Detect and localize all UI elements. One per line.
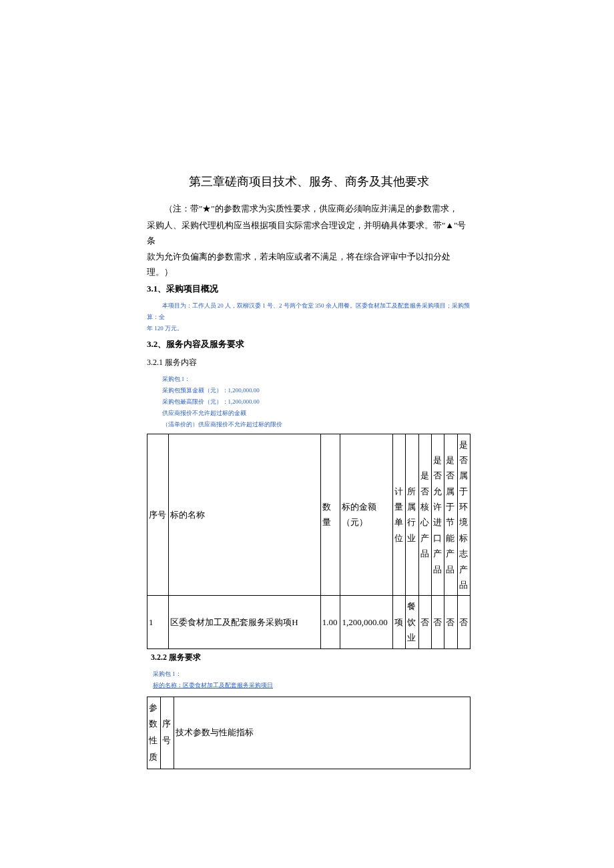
cell-seq: 1	[147, 596, 169, 648]
cell-name: 区委食材加工及配套服务采购项H	[169, 596, 321, 648]
cell-import: 否	[432, 596, 444, 648]
section-3-2-heading: 3.2、服务内容及服务要求	[147, 338, 471, 350]
col-qty: 数量	[320, 434, 340, 596]
col-import: 是否允许进口产品	[432, 434, 444, 596]
cell-energy: 否	[444, 596, 457, 648]
note-line-2: 采购人、采购代理机构应当根据项目实际需求合理设定，并明确具体要求。带"▲"号条	[147, 218, 471, 249]
col-amount: 标的金额（元）	[340, 434, 393, 596]
service-content-line-5: （清单价的）供应商报价不允许超过标的限价	[147, 419, 471, 430]
table-header-row: 参数性质 序号 技术参数与性能指标	[147, 697, 471, 769]
service-req-line-1: 采购包 1：	[147, 669, 471, 680]
col-env: 是否属于环境标志产品	[457, 434, 470, 596]
section-3-2-2-label: 3.2.2 服务要求	[151, 653, 201, 662]
col-energy: 是否属于节能产品	[444, 434, 457, 596]
note-line-3: 款为允许负偏离的参数需求，若未响应或者不满足，将在综合评审中予以扣分处理。）	[147, 250, 471, 280]
project-overview-line-1: 本项目为：工作人员 20 人，双柳汉委 1 号、2 号两个食堂 350 余人用餐…	[147, 300, 471, 323]
cell-industry: 餐饮业	[406, 596, 418, 648]
service-content-line-3: 采购包最高限价（元）：1,200,000.00	[147, 396, 471, 408]
col-seq: 序号	[147, 434, 169, 596]
chapter-title: 第三章磋商项目技术、服务、商务及其他要求	[147, 173, 471, 189]
service-content-line-4: 供应商报价不允许超过标的金额	[147, 408, 471, 419]
col-spec: 技术参数与性能指标	[174, 697, 471, 769]
col-unit: 计量单位	[393, 434, 406, 596]
section-3-2-label: 3.2、服务内容及服务要求	[147, 339, 244, 349]
cell-env: 否	[457, 596, 470, 648]
section-3-2-2-heading: 3.2.2 服务要求	[147, 652, 471, 663]
spec-table: 参数性质 序号 技术参数与性能指标	[147, 697, 471, 769]
service-content-line-1: 采购包 1：	[147, 374, 471, 385]
section-3-1-label: 3.1、采购项目概况	[147, 284, 218, 294]
col-seq: 序号	[161, 697, 174, 769]
col-industry: 所属行业	[406, 434, 418, 596]
service-content-line-2: 采购包预算金额（元）：1,200,000.00	[147, 385, 471, 396]
col-core: 是否核心产品	[418, 434, 431, 596]
col-param-nature: 参数性质	[147, 697, 161, 769]
note-line-1: （注：带"★"的参数需求为实质性要求，供应商必须响应并满足的参数需求，	[147, 201, 471, 217]
procurement-table: 序号 标的名称 数量 标的金额（元） 计量单位 所属行业 是否核心产品 是否允许…	[147, 434, 471, 649]
cell-unit: 项	[393, 596, 406, 648]
service-req-line-2: 标的名称：区委食材加工及配套服务采购项日	[147, 680, 471, 691]
table-row: 1 区委食材加工及配套服务采购项H 1.00 1,200,000.00 项 餐饮…	[147, 596, 471, 648]
section-3-2-1-heading: 3.2.1 服务内容	[147, 357, 471, 368]
col-name: 标的名称	[169, 434, 321, 596]
section-3-1-heading: 3.1、采购项目概况	[147, 283, 471, 295]
table-header-row: 序号 标的名称 数量 标的金额（元） 计量单位 所属行业 是否核心产品 是否允许…	[147, 434, 471, 596]
cell-qty: 1.00	[320, 596, 340, 648]
cell-amount: 1,200,000.00	[340, 596, 393, 648]
project-overview-line-2: 年 120 万元。	[147, 323, 471, 334]
cell-core: 否	[418, 596, 431, 648]
